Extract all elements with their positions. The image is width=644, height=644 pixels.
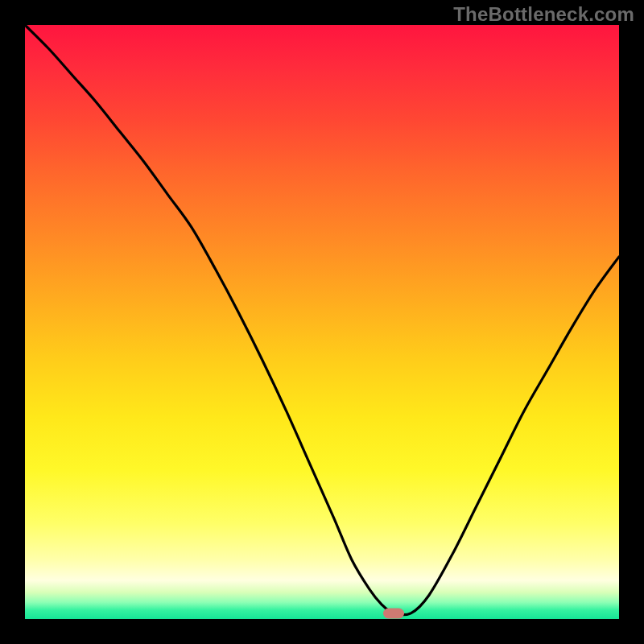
bottleneck-curve	[25, 25, 619, 619]
chart-frame: TheBottleneck.com	[0, 0, 644, 644]
optimal-marker	[383, 608, 404, 618]
watermark-text: TheBottleneck.com	[453, 3, 634, 26]
plot-area	[25, 25, 619, 619]
